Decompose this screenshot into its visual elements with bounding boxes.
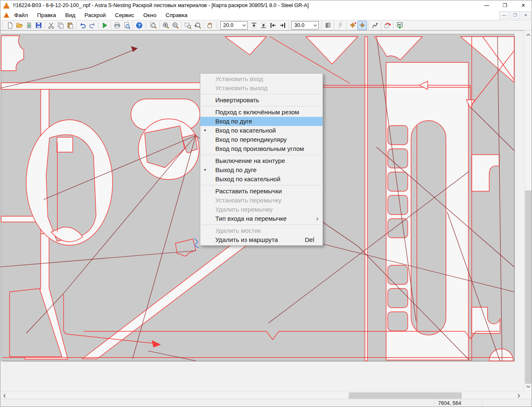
context-menu-item-delete-bridge: Удалить мостик — [200, 226, 323, 235]
save-file-button[interactable] — [34, 21, 43, 30]
offset-left-button[interactable] — [268, 21, 278, 30]
flip-sheet-icon — [324, 22, 332, 29]
zoom-previous-icon — [194, 22, 201, 29]
open-file-button[interactable] — [15, 21, 24, 30]
help-button[interactable]: ? — [134, 21, 144, 30]
context-menu-item-entry-by-tangent[interactable]: •Вход по касательной — [200, 126, 323, 135]
context-menu-item-exit-by-arc[interactable]: •Выход по дуге — [200, 165, 323, 175]
scroll-up-icon[interactable] — [525, 32, 532, 38]
print-icon — [113, 22, 121, 29]
title-bar[interactable]: !!16224-B03 - 6-8-12-20-100_.npf - Astra… — [0, 0, 532, 10]
menubar-item-file[interactable]: Файл — [10, 11, 32, 20]
mdi-restore-button[interactable]: ❐ — [510, 11, 520, 19]
window-controls: — ❐ ✕ — [478, 0, 532, 10]
chevron-down-icon[interactable] — [241, 24, 247, 27]
context-menu-label: Удалить мостик — [215, 227, 261, 234]
flip-sheet-button[interactable] — [323, 21, 332, 30]
context-menu-item-remove-from-route[interactable]: Удалить из маршрутаDel — [200, 235, 323, 244]
status-message-panel — [0, 399, 434, 407]
offset-up-button[interactable] — [259, 21, 268, 30]
context-menu-item-jumper-entry-type[interactable]: Тип входа на перемычке› — [200, 214, 323, 223]
zoom-in-button[interactable] — [161, 21, 170, 30]
undo-button[interactable] — [78, 21, 87, 30]
app-logo-icon — [3, 2, 10, 9]
context-menu-item-exit-by-tangent[interactable]: Выход по касательной — [200, 175, 323, 184]
context-menu-item-entry-by-arc[interactable]: Вход по дуге — [200, 117, 323, 126]
import-file-icon — [25, 22, 33, 29]
restore-button[interactable]: ❐ — [496, 0, 514, 10]
chevron-down-icon[interactable] — [312, 24, 318, 27]
context-menu-label: Выход по дуге — [215, 166, 256, 173]
context-menu-item-entry-by-perpendicular[interactable]: Вход по перпендикуляру — [200, 135, 323, 144]
toolbar-separator — [159, 22, 160, 29]
offset-down-button[interactable] — [249, 21, 259, 30]
mdi-minimize-button[interactable]: — — [499, 11, 509, 19]
context-menu-item-approach-with-cut[interactable]: Подход с включённым резом — [200, 108, 323, 117]
context-menu-separator — [202, 94, 321, 94]
next-sheet-icon — [384, 22, 391, 29]
scroll-down-icon[interactable] — [525, 384, 532, 390]
route-direction-button[interactable] — [370, 21, 379, 30]
menubar-item-service[interactable]: Сервис — [111, 11, 139, 20]
context-menu-label: Выключение на контуре — [215, 157, 285, 164]
menubar-item-nesting[interactable]: Раскрой — [80, 11, 110, 20]
context-menu-item-place-jumpers[interactable]: Расставить перемычки — [200, 187, 323, 196]
close-button[interactable]: ✕ — [514, 0, 532, 10]
zoom-window-button[interactable] — [183, 21, 192, 30]
param1-combobox[interactable]: 20.0 — [220, 21, 248, 30]
toolbar-separator — [76, 22, 76, 29]
nest-add-button[interactable] — [348, 21, 357, 30]
paste-button[interactable] — [65, 21, 75, 30]
import-file-button[interactable] — [24, 21, 34, 30]
zoom-out-button[interactable] — [170, 21, 180, 30]
offset-left-icon — [269, 22, 277, 29]
scroll-right-icon[interactable] — [516, 392, 522, 399]
context-menu-item-set-jumper: Установить перемычку — [200, 196, 323, 205]
copy-button[interactable] — [56, 21, 65, 30]
menubar-item-help[interactable]: Справка — [161, 11, 192, 20]
print-preview-button[interactable] — [122, 21, 131, 30]
application-window: !!16224-B03 - 6-8-12-20-100_.npf - Astra… — [0, 0, 532, 407]
vertical-scroll-thumb[interactable] — [525, 190, 532, 384]
mdi-close-button[interactable]: ✕ — [521, 11, 531, 19]
cut-icon — [47, 22, 55, 29]
nc-export-button[interactable]: НС — [395, 21, 404, 30]
zoom-all-button[interactable] — [148, 21, 158, 30]
cut-button[interactable] — [46, 21, 56, 30]
auto-route-icon — [337, 22, 344, 29]
run-button[interactable] — [100, 21, 109, 30]
context-menu-separator — [202, 224, 321, 225]
toolbar-separator — [203, 22, 204, 29]
context-menu-item-cutoff-on-contour[interactable]: Выключение на контуре — [200, 156, 323, 165]
zoom-all-icon — [150, 22, 157, 29]
nest-edit-button[interactable] — [357, 21, 367, 30]
scroll-left-icon[interactable] — [2, 392, 7, 399]
context-menu-item-invert[interactable]: Инвертировать — [200, 96, 323, 105]
help-icon: ? — [135, 22, 143, 29]
radio-bullet-icon: • — [204, 126, 206, 135]
toolbar-separator — [393, 22, 394, 29]
next-sheet-button[interactable] — [382, 21, 392, 30]
horizontal-scrollbar[interactable] — [0, 392, 525, 399]
param2-combobox[interactable]: 30.0 — [291, 21, 319, 30]
param1-value: 20.0 — [221, 22, 241, 28]
context-menu-item-entry-by-arbitrary-angle[interactable]: Вход под произвольным углом — [200, 144, 323, 153]
menubar-item-edit[interactable]: Правка — [32, 11, 61, 20]
context-menu-separator — [202, 155, 321, 155]
route-direction-icon — [371, 22, 379, 29]
redo-button[interactable] — [87, 21, 97, 30]
horizontal-scroll-thumb[interactable] — [349, 392, 462, 399]
offset-right-button[interactable] — [278, 21, 287, 30]
new-file-button[interactable] — [5, 21, 15, 30]
run-icon — [101, 22, 108, 29]
pan-button[interactable] — [205, 21, 214, 30]
vertical-scrollbar[interactable] — [524, 30, 532, 392]
minimize-button[interactable]: — — [478, 0, 496, 10]
print-button[interactable] — [112, 21, 122, 30]
zoom-previous-button[interactable] — [192, 21, 202, 30]
offset-right-icon — [279, 22, 286, 29]
redo-icon — [89, 22, 96, 29]
menubar-item-window[interactable]: Окно — [139, 11, 161, 20]
menubar-item-view[interactable]: Вид — [61, 11, 80, 20]
context-menu-label: Расставить перемычки — [215, 187, 282, 195]
